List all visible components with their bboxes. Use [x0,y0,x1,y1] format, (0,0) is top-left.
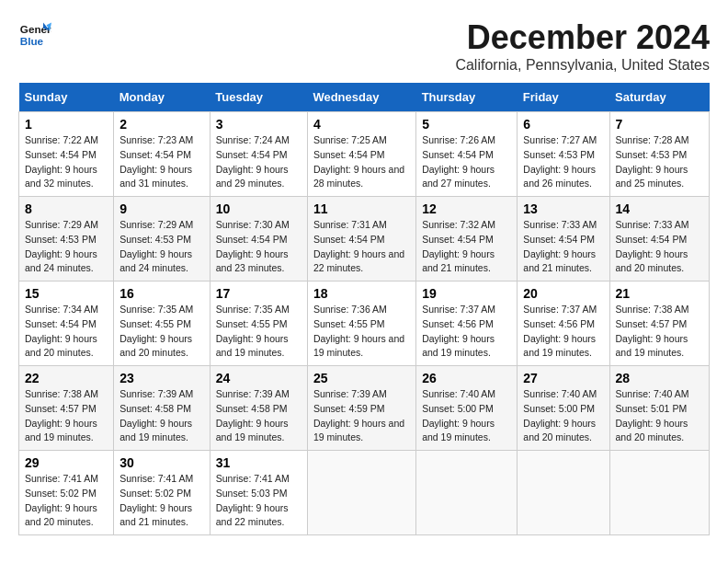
header-cell-saturday: Saturday [609,83,710,112]
calendar-cell: 31 Sunrise: 7:41 AM Sunset: 5:03 PM Dayl… [210,451,307,535]
day-info: Sunrise: 7:33 AM Sunset: 4:54 PM Dayligh… [523,219,597,273]
calendar-cell: 28 Sunrise: 7:40 AM Sunset: 5:01 PM Dayl… [609,366,710,451]
calendar-week-row: 15 Sunrise: 7:34 AM Sunset: 4:54 PM Dayl… [19,282,710,366]
day-info: Sunrise: 7:37 AM Sunset: 4:56 PM Dayligh… [422,304,495,358]
calendar-cell: 19 Sunrise: 7:37 AM Sunset: 4:56 PM Dayl… [416,282,518,366]
logo: General Blue [18,18,51,52]
day-info: Sunrise: 7:36 AM Sunset: 4:55 PM Dayligh… [313,304,404,358]
day-number: 5 [422,117,511,132]
calendar-cell: 21 Sunrise: 7:38 AM Sunset: 4:57 PM Dayl… [609,282,710,366]
page-subtitle: California, Pennsylvania, United States [455,57,710,74]
day-number: 27 [523,371,603,385]
day-info: Sunrise: 7:24 AM Sunset: 4:54 PM Dayligh… [216,134,290,189]
calendar-cell: 13 Sunrise: 7:33 AM Sunset: 4:54 PM Dayl… [518,197,609,282]
calendar-cell: 17 Sunrise: 7:35 AM Sunset: 4:55 PM Dayl… [210,282,307,366]
day-number: 19 [422,286,511,301]
day-number: 28 [616,371,704,385]
calendar-cell [518,451,609,535]
day-number: 30 [119,455,204,470]
calendar-table: SundayMondayTuesdayWednesdayThursdayFrid… [18,83,710,535]
day-info: Sunrise: 7:27 AM Sunset: 4:53 PM Dayligh… [523,134,597,189]
day-info: Sunrise: 7:39 AM Sunset: 4:59 PM Dayligh… [313,388,404,442]
day-info: Sunrise: 7:23 AM Sunset: 4:54 PM Dayligh… [119,134,193,189]
day-info: Sunrise: 7:22 AM Sunset: 4:54 PM Dayligh… [25,134,98,189]
day-number: 7 [616,117,704,132]
day-info: Sunrise: 7:38 AM Sunset: 4:57 PM Dayligh… [25,388,98,442]
calendar-cell: 4 Sunrise: 7:25 AM Sunset: 4:54 PM Dayli… [307,112,415,197]
day-info: Sunrise: 7:31 AM Sunset: 4:54 PM Dayligh… [313,219,404,273]
calendar-cell: 25 Sunrise: 7:39 AM Sunset: 4:59 PM Dayl… [307,366,415,451]
calendar-cell: 23 Sunrise: 7:39 AM Sunset: 4:58 PM Dayl… [114,366,210,451]
day-number: 14 [616,201,704,216]
logo-icon: General Blue [18,18,51,52]
day-info: Sunrise: 7:40 AM Sunset: 5:00 PM Dayligh… [422,388,495,442]
day-info: Sunrise: 7:28 AM Sunset: 4:53 PM Dayligh… [616,134,689,189]
day-info: Sunrise: 7:35 AM Sunset: 4:55 PM Dayligh… [119,304,193,358]
calendar-week-row: 8 Sunrise: 7:29 AM Sunset: 4:53 PM Dayli… [19,197,710,282]
calendar-cell: 6 Sunrise: 7:27 AM Sunset: 4:53 PM Dayli… [518,112,609,197]
day-number: 16 [119,286,204,301]
day-info: Sunrise: 7:29 AM Sunset: 4:53 PM Dayligh… [119,219,193,273]
day-number: 9 [119,201,204,216]
day-number: 18 [313,286,410,301]
header-cell-tuesday: Tuesday [210,83,307,112]
calendar-cell: 30 Sunrise: 7:41 AM Sunset: 5:02 PM Dayl… [114,451,210,535]
calendar-cell: 10 Sunrise: 7:30 AM Sunset: 4:54 PM Dayl… [210,197,307,282]
calendar-cell: 20 Sunrise: 7:37 AM Sunset: 4:56 PM Dayl… [518,282,609,366]
calendar-cell: 1 Sunrise: 7:22 AM Sunset: 4:54 PM Dayli… [19,112,114,197]
day-number: 23 [119,371,204,385]
calendar-cell: 9 Sunrise: 7:29 AM Sunset: 4:53 PM Dayli… [114,197,210,282]
header: General Blue December 2024 California, P… [18,18,710,74]
calendar-cell: 26 Sunrise: 7:40 AM Sunset: 5:00 PM Dayl… [416,366,518,451]
day-number: 15 [25,286,108,301]
day-info: Sunrise: 7:26 AM Sunset: 4:54 PM Dayligh… [422,134,495,189]
day-info: Sunrise: 7:38 AM Sunset: 4:57 PM Dayligh… [616,304,689,358]
calendar-week-row: 1 Sunrise: 7:22 AM Sunset: 4:54 PM Dayli… [19,112,710,197]
page-title: December 2024 [455,18,710,57]
calendar-cell [609,451,710,535]
day-info: Sunrise: 7:41 AM Sunset: 5:02 PM Dayligh… [25,473,98,527]
day-info: Sunrise: 7:37 AM Sunset: 4:56 PM Dayligh… [523,304,597,358]
calendar-cell: 12 Sunrise: 7:32 AM Sunset: 4:54 PM Dayl… [416,197,518,282]
header-cell-wednesday: Wednesday [307,83,415,112]
day-number: 3 [216,117,301,132]
day-number: 11 [313,201,410,216]
calendar-cell: 5 Sunrise: 7:26 AM Sunset: 4:54 PM Dayli… [416,112,518,197]
calendar-cell: 14 Sunrise: 7:33 AM Sunset: 4:54 PM Dayl… [609,197,710,282]
day-info: Sunrise: 7:39 AM Sunset: 4:58 PM Dayligh… [216,388,290,442]
day-number: 6 [523,117,603,132]
day-number: 10 [216,201,301,216]
calendar-cell: 7 Sunrise: 7:28 AM Sunset: 4:53 PM Dayli… [609,112,710,197]
calendar-cell: 11 Sunrise: 7:31 AM Sunset: 4:54 PM Dayl… [307,197,415,282]
day-number: 13 [523,201,603,216]
header-cell-monday: Monday [114,83,210,112]
calendar-cell: 15 Sunrise: 7:34 AM Sunset: 4:54 PM Dayl… [19,282,114,366]
day-number: 25 [313,371,410,385]
day-info: Sunrise: 7:41 AM Sunset: 5:03 PM Dayligh… [216,473,290,527]
calendar-week-row: 22 Sunrise: 7:38 AM Sunset: 4:57 PM Dayl… [19,366,710,451]
calendar-cell: 2 Sunrise: 7:23 AM Sunset: 4:54 PM Dayli… [114,112,210,197]
calendar-cell: 22 Sunrise: 7:38 AM Sunset: 4:57 PM Dayl… [19,366,114,451]
calendar-cell: 27 Sunrise: 7:40 AM Sunset: 5:00 PM Dayl… [518,366,609,451]
day-info: Sunrise: 7:41 AM Sunset: 5:02 PM Dayligh… [119,473,193,527]
day-number: 22 [25,371,108,385]
day-info: Sunrise: 7:40 AM Sunset: 5:01 PM Dayligh… [616,388,689,442]
day-number: 17 [216,286,301,301]
day-number: 31 [216,455,301,470]
day-number: 4 [313,117,410,132]
title-area: December 2024 California, Pennsylvania, … [455,18,710,74]
day-info: Sunrise: 7:39 AM Sunset: 4:58 PM Dayligh… [119,388,193,442]
calendar-cell [416,451,518,535]
day-number: 1 [25,117,108,132]
day-number: 21 [616,286,704,301]
calendar-cell: 8 Sunrise: 7:29 AM Sunset: 4:53 PM Dayli… [19,197,114,282]
calendar-cell: 18 Sunrise: 7:36 AM Sunset: 4:55 PM Dayl… [307,282,415,366]
svg-text:Blue: Blue [20,35,44,47]
calendar-header-row: SundayMondayTuesdayWednesdayThursdayFrid… [19,83,710,112]
day-info: Sunrise: 7:29 AM Sunset: 4:53 PM Dayligh… [25,219,98,273]
day-number: 20 [523,286,603,301]
day-info: Sunrise: 7:25 AM Sunset: 4:54 PM Dayligh… [313,134,404,189]
day-info: Sunrise: 7:32 AM Sunset: 4:54 PM Dayligh… [422,219,495,273]
day-number: 24 [216,371,301,385]
calendar-cell [307,451,415,535]
